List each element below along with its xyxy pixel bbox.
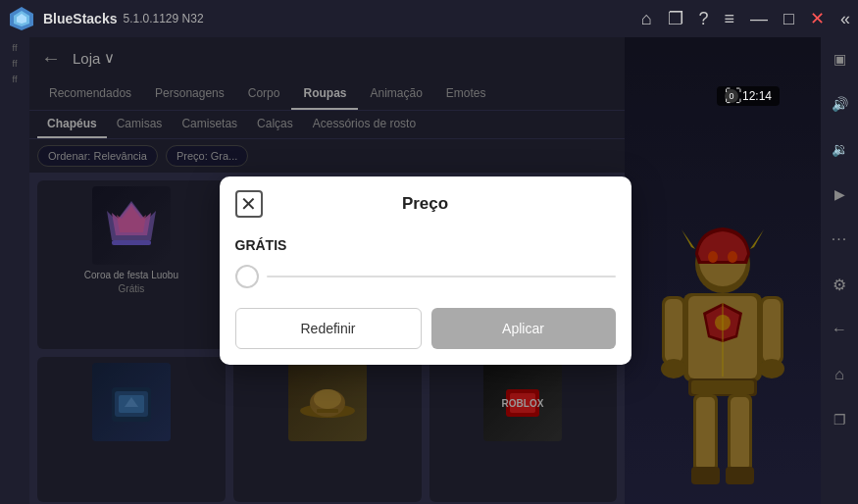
maximize-button[interactable]: □ bbox=[783, 9, 794, 29]
home-icon[interactable]: ⌂ bbox=[641, 9, 652, 29]
left-label-1: ff bbox=[0, 43, 29, 53]
left-label-2: ff bbox=[0, 59, 29, 69]
minimize-button[interactable]: — bbox=[750, 9, 768, 29]
right-sidebar: ▣ 🔊 🔉 ▶ ··· ⚙ ← ⌂ ❐ bbox=[821, 37, 858, 504]
bluestacks-logo bbox=[8, 5, 35, 32]
sidebar-more-icon[interactable]: ··· bbox=[826, 226, 853, 253]
price-slider[interactable] bbox=[235, 265, 616, 288]
reset-button[interactable]: Redefinir bbox=[235, 308, 422, 349]
modal-header: ✕ Preço bbox=[220, 176, 631, 227]
clock-time: 12:14 bbox=[742, 89, 772, 103]
help-icon[interactable]: ? bbox=[699, 9, 709, 29]
apply-button[interactable]: Aplicar bbox=[431, 308, 616, 349]
modal-actions: Redefinir Aplicar bbox=[235, 308, 616, 349]
modal-title: Preço bbox=[263, 194, 588, 214]
sidebar-cursor-icon[interactable]: ▶ bbox=[826, 180, 853, 208]
back-icon[interactable]: « bbox=[840, 9, 850, 29]
sidebar-settings-icon[interactable]: ⚙ bbox=[826, 271, 853, 298]
left-label-3: ff bbox=[0, 75, 29, 84]
app-name: BlueStacks bbox=[43, 11, 117, 26]
modal-body: GRÁTIS Redefinir Aplicar bbox=[220, 227, 631, 365]
titlebar: BlueStacks 5.1.0.1129 N32 ⌂ ❐ ? ≡ — □ ✕ … bbox=[0, 0, 858, 37]
slider-track[interactable] bbox=[267, 276, 616, 277]
slider-thumb[interactable] bbox=[235, 265, 259, 288]
fullscreen-icon[interactable]: ⛶ bbox=[725, 86, 742, 107]
sidebar-volume-down[interactable]: 🔉 bbox=[826, 135, 853, 163]
content-area: ← Loja ∨ 🔍 Recomendados Personagens Corp… bbox=[29, 37, 821, 504]
sidebar-icon-1[interactable]: ▣ bbox=[826, 45, 853, 73]
modal-close-button[interactable]: ✕ bbox=[235, 190, 263, 218]
copy-icon[interactable]: ❐ bbox=[668, 8, 683, 29]
sidebar-home-icon[interactable]: ⌂ bbox=[826, 361, 853, 388]
sidebar-back-icon[interactable]: ← bbox=[826, 316, 853, 343]
sidebar-square-icon[interactable]: ❐ bbox=[826, 406, 853, 433]
close-button[interactable]: ✕ bbox=[810, 8, 825, 29]
menu-icon[interactable]: ≡ bbox=[725, 9, 735, 29]
app-version: 5.1.0.1129 N32 bbox=[123, 12, 640, 25]
sidebar-volume-up[interactable]: 🔊 bbox=[826, 90, 853, 118]
price-modal: ✕ Preço GRÁTIS Redefinir Aplicar bbox=[220, 176, 631, 365]
left-sidebar: ff ff ff bbox=[0, 37, 29, 504]
main-layout: ff ff ff ← Loja ∨ 🔍 Recomendados Persona… bbox=[0, 37, 858, 504]
titlebar-controls: ⌂ ❐ ? ≡ — □ ✕ « bbox=[641, 8, 850, 29]
filter-label: GRÁTIS bbox=[235, 237, 616, 253]
